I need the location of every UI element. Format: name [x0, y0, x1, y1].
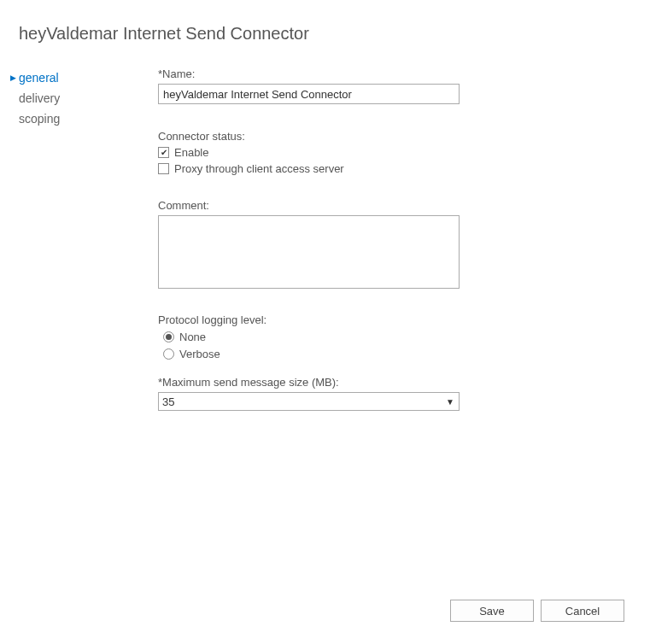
sidebar-item-delivery[interactable]: ▶ delivery — [10, 88, 158, 108]
logging-section: Protocol logging level: None Verbose — [158, 313, 624, 360]
sidebar-item-label: delivery — [19, 91, 60, 105]
logging-none-radio[interactable]: None — [163, 331, 624, 343]
status-label: Connector status: — [158, 130, 624, 143]
maxsize-label: *Maximum send message size (MB): — [158, 376, 624, 389]
cancel-button[interactable]: Cancel — [541, 600, 624, 622]
enable-checkbox-row[interactable]: Enable — [158, 146, 624, 159]
checkbox-icon — [158, 147, 169, 158]
save-button[interactable]: Save — [450, 600, 534, 622]
proxy-checkbox-row[interactable]: Proxy through client access server — [158, 162, 624, 175]
maxsize-select-wrap[interactable]: 35 ▼ — [158, 392, 460, 411]
logging-label: Protocol logging level: — [158, 313, 624, 326]
name-input[interactable] — [158, 84, 460, 104]
radio-icon — [163, 331, 174, 342]
sidebar: ▶ general ▶ delivery ▶ scoping — [0, 67, 158, 411]
caret-right-icon: ▶ — [10, 73, 19, 82]
maxsize-section: *Maximum send message size (MB): 35 ▼ — [158, 376, 624, 411]
sidebar-item-scoping[interactable]: ▶ scoping — [10, 108, 158, 129]
connector-status-section: Connector status: Enable Proxy through c… — [158, 130, 624, 175]
name-field-group: *Name: — [158, 67, 624, 104]
logging-verbose-radio[interactable]: Verbose — [163, 348, 624, 360]
maxsize-select[interactable]: 35 — [158, 392, 460, 411]
sidebar-item-general[interactable]: ▶ general — [10, 67, 158, 88]
radio-label: Verbose — [179, 348, 220, 360]
sidebar-item-label: general — [19, 71, 59, 85]
proxy-checkbox-label: Proxy through client access server — [174, 162, 344, 175]
comment-label: Comment: — [158, 199, 624, 212]
enable-checkbox-label: Enable — [174, 146, 208, 159]
page-title: heyValdemar Internet Send Connector — [0, 0, 650, 44]
comment-textarea[interactable] — [158, 215, 460, 289]
button-bar: Save Cancel — [450, 600, 624, 622]
sidebar-item-label: scoping — [19, 112, 60, 126]
comment-section: Comment: — [158, 199, 624, 291]
checkbox-icon — [158, 163, 169, 174]
radio-label: None — [179, 331, 206, 343]
main-panel: *Name: Connector status: Enable Proxy th… — [158, 67, 650, 411]
name-label: *Name: — [158, 67, 624, 80]
radio-icon — [163, 348, 174, 360]
